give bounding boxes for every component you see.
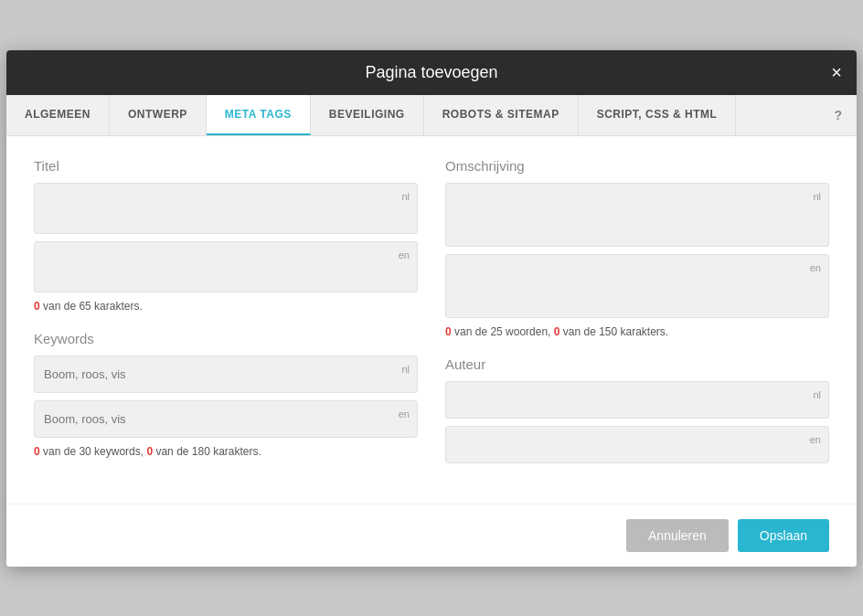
omschrijving-label: Omschrijving: [445, 158, 829, 174]
keywords-counter: 0 van de 30 keywords, 0 van de 180 karak…: [34, 445, 418, 458]
save-button[interactable]: Opslaan: [738, 519, 829, 552]
omschrijving-words-num: 0: [445, 325, 452, 338]
omschrijving-section: Omschrijving nl en 0 van de 25 woorden, …: [445, 158, 829, 338]
tabs-bar: ALGEMEEN ONTWERP META TAGS BEVEILIGING R…: [6, 95, 857, 136]
omschrijving-chars-text: van de 150 karakters.: [559, 325, 668, 338]
cancel-button[interactable]: Annuleren: [626, 519, 729, 552]
titel-label: Titel: [34, 158, 418, 174]
auteur-nl-lang: nl: [813, 389, 821, 400]
titel-en-input[interactable]: [35, 242, 417, 288]
auteur-label: Auteur: [445, 356, 829, 372]
keywords-en-input[interactable]: [35, 401, 417, 437]
titel-section: Titel nl en 0 van de 65 karakters.: [34, 158, 418, 313]
omschrijving-nl-input[interactable]: [446, 184, 828, 239]
auteur-en-input[interactable]: [446, 427, 828, 462]
titel-counter-num: 0: [34, 300, 40, 313]
keywords-section: Keywords nl en 0 van de 30 keywords, 0 v…: [34, 331, 418, 458]
omschrijving-counter: 0 van de 25 woorden, 0 van de 150 karakt…: [445, 325, 829, 338]
tab-beveiliging[interactable]: BEVEILIGING: [311, 95, 424, 135]
omschrijving-words-text: van de 25 woorden,: [452, 325, 554, 338]
modal-overlay: Pagina toevoegen × ALGEMEEN ONTWERP META…: [0, 0, 863, 616]
tab-script-css-html[interactable]: SCRIPT, CSS & HTML: [579, 95, 737, 135]
keywords-en-lang: en: [399, 409, 410, 420]
keywords-words-text: van de 30 keywords,: [40, 445, 147, 458]
titel-nl-wrapper: nl: [34, 183, 418, 234]
left-column: Titel nl en 0 van de 65 karakters.: [34, 158, 418, 482]
titel-counter: 0 van de 65 karakters.: [34, 300, 418, 313]
tab-meta-tags[interactable]: META TAGS: [207, 95, 311, 135]
omschrijving-en-lang: en: [810, 262, 821, 273]
tab-ontwerp[interactable]: ONTWERP: [110, 95, 207, 135]
tab-robots-sitemap[interactable]: ROBOTS & SITEMAP: [424, 95, 579, 135]
right-column: Omschrijving nl en 0 van de 25 woorden, …: [445, 158, 829, 482]
keywords-nl-wrapper: nl: [34, 356, 418, 393]
keywords-label: Keywords: [34, 331, 418, 346]
omschrijving-nl-lang: nl: [813, 191, 821, 202]
keywords-chars-text: van de 180 karakters.: [153, 445, 261, 458]
modal-header: Pagina toevoegen ×: [6, 50, 857, 95]
keywords-words-num: 0: [34, 445, 40, 458]
omschrijving-nl-wrapper: nl: [445, 183, 829, 247]
titel-counter-text: van de 65 karakters.: [40, 300, 143, 313]
keywords-nl-lang: nl: [401, 364, 410, 375]
titel-en-lang: en: [399, 250, 410, 260]
titel-en-wrapper: en: [34, 241, 418, 292]
keywords-en-wrapper: en: [34, 400, 418, 438]
keywords-nl-input[interactable]: [35, 356, 417, 392]
modal: Pagina toevoegen × ALGEMEEN ONTWERP META…: [6, 50, 857, 567]
auteur-en-lang: en: [810, 434, 821, 445]
modal-footer: Annuleren Opslaan: [6, 504, 857, 567]
close-button[interactable]: ×: [831, 63, 842, 81]
auteur-section: Auteur nl en: [445, 356, 829, 463]
modal-body: Titel nl en 0 van de 65 karakters.: [6, 136, 857, 504]
auteur-nl-input[interactable]: [446, 382, 828, 418]
modal-title: Pagina toevoegen: [365, 63, 497, 82]
titel-nl-lang: nl: [401, 191, 410, 202]
auteur-nl-wrapper: nl: [445, 381, 829, 419]
titel-nl-input[interactable]: [35, 184, 417, 229]
omschrijving-en-wrapper: en: [445, 254, 829, 318]
two-column-layout: Titel nl en 0 van de 65 karakters.: [34, 158, 829, 482]
omschrijving-en-input[interactable]: [446, 255, 828, 311]
auteur-en-wrapper: en: [445, 426, 829, 463]
help-button[interactable]: ?: [819, 95, 857, 135]
tab-algemeen[interactable]: ALGEMEEN: [6, 95, 110, 135]
